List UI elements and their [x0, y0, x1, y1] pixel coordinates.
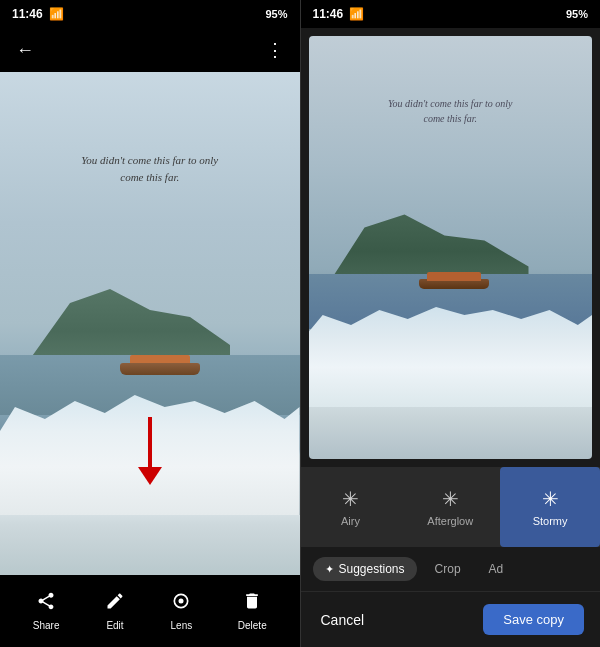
battery-left: 95%	[265, 8, 287, 20]
share-label: Share	[33, 620, 60, 631]
filter-afterglow[interactable]: ✳ Afterglow	[400, 467, 500, 547]
edit-label: Edit	[106, 620, 123, 631]
filter-airy[interactable]: ✳ Airy	[301, 467, 401, 547]
delete-icon	[242, 591, 262, 616]
adjust-tab[interactable]: Ad	[479, 557, 514, 581]
photo-view-right: You didn't come this far to only come th…	[309, 36, 593, 459]
bottom-toolbar: Share Edit Lens	[0, 575, 300, 647]
quote-right: You didn't come this far to only come th…	[385, 96, 515, 126]
airy-label: Airy	[341, 515, 360, 527]
edit-icon	[105, 591, 125, 616]
signal-icons-right: 📶	[349, 7, 364, 21]
boat-roof-right	[427, 272, 481, 281]
delete-label: Delete	[238, 620, 267, 631]
boat-right	[419, 279, 489, 297]
crop-label: Crop	[435, 562, 461, 576]
save-copy-button[interactable]: Save copy	[483, 604, 584, 635]
arrow-head	[138, 467, 162, 485]
bottom-action-bar: Cancel Save copy	[301, 591, 601, 647]
time-left: 11:46	[12, 7, 43, 21]
suggestions-btn-label: Suggestions	[339, 562, 405, 576]
adjust-label: Ad	[489, 562, 504, 576]
share-button[interactable]: Share	[33, 591, 60, 631]
left-panel: 11:46 📶 95% ← ⋮ You didn't come this far…	[0, 0, 300, 647]
edit-button[interactable]: Edit	[105, 591, 125, 631]
cancel-button[interactable]: Cancel	[317, 604, 369, 636]
boat-body-left	[120, 363, 200, 375]
suggestions-row: ✦ Suggestions Crop Ad	[301, 547, 601, 591]
crop-tab[interactable]: Crop	[425, 557, 471, 581]
photo-view-left: You didn't come this far to only come th…	[0, 72, 300, 575]
stormy-icon: ✳	[542, 487, 559, 511]
quote-left: You didn't come this far to only come th…	[80, 152, 220, 185]
time-right: 11:46	[313, 7, 344, 21]
boat-left	[120, 363, 200, 383]
stormy-label: Stormy	[533, 515, 568, 527]
filter-stormy[interactable]: ✳ Stormy	[500, 467, 600, 547]
status-bar-right: 11:46 📶 95%	[301, 0, 601, 28]
status-bar-left: 11:46 📶 95%	[0, 0, 300, 28]
afterglow-icon: ✳	[442, 487, 459, 511]
suggestions-button[interactable]: ✦ Suggestions	[313, 557, 417, 581]
lens-button[interactable]: Lens	[171, 591, 193, 631]
svg-point-1	[179, 599, 184, 604]
afterglow-label: Afterglow	[427, 515, 473, 527]
lens-icon	[171, 591, 191, 616]
suggestions-star-icon: ✦	[325, 563, 334, 576]
airy-icon: ✳	[342, 487, 359, 511]
arrow-shaft	[148, 417, 152, 467]
lens-label: Lens	[171, 620, 193, 631]
more-icon[interactable]: ⋮	[266, 39, 284, 61]
delete-button[interactable]: Delete	[238, 591, 267, 631]
right-panel: 11:46 📶 95% You didn't come this far to …	[301, 0, 601, 647]
share-icon	[36, 591, 56, 616]
back-icon[interactable]: ←	[16, 40, 34, 61]
battery-right: 95%	[566, 8, 588, 20]
signal-icons-left: 📶	[49, 7, 64, 21]
top-bar-left: ← ⋮	[0, 28, 300, 72]
filter-strip: ✳ Airy ✳ Afterglow ✳ Stormy	[301, 467, 601, 547]
arrow-annotation	[138, 417, 162, 485]
